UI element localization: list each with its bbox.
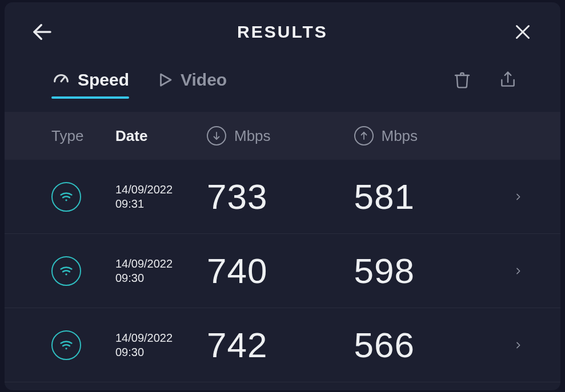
tabs-row: Speed Video [5, 57, 560, 103]
header-date[interactable]: Date [115, 127, 207, 145]
header-upload-unit: Mbps [382, 127, 418, 145]
trash-icon [453, 71, 471, 89]
results-screen: RESULTS Speed [5, 2, 560, 390]
header-type: Type [51, 127, 115, 145]
delete-button[interactable] [447, 65, 477, 95]
result-row[interactable]: 14/09/2022 09:31 733 581 [5, 160, 560, 234]
svg-line-3 [61, 78, 65, 82]
result-date: 14/09/2022 09:30 [115, 257, 207, 285]
share-button[interactable] [493, 65, 523, 95]
tab-speed[interactable]: Speed [51, 64, 129, 95]
chevron-right-icon [501, 338, 523, 353]
tab-video-label: Video [181, 70, 227, 90]
header-download-unit: Mbps [234, 127, 271, 145]
svg-point-10 [65, 347, 67, 349]
wifi-icon [51, 256, 81, 286]
svg-point-9 [65, 273, 67, 275]
tab-speed-label: Speed [78, 70, 129, 90]
back-arrow-icon [30, 20, 54, 44]
wifi-icon [51, 182, 81, 212]
results-list: 14/09/2022 09:31 733 581 [5, 160, 560, 390]
result-upload: 581 [354, 176, 502, 217]
header-upload[interactable]: Mbps [354, 126, 502, 146]
result-download: 740 [207, 250, 354, 291]
upload-icon [354, 126, 374, 146]
close-icon [512, 22, 533, 42]
page-title: RESULTS [237, 22, 328, 42]
result-upload: 566 [354, 325, 502, 365]
result-row[interactable]: 14/09/2022 09:30 742 566 [5, 308, 560, 382]
play-icon [157, 71, 174, 88]
result-download: 733 [207, 176, 354, 217]
tab-video[interactable]: Video [157, 64, 227, 95]
gauge-icon [51, 70, 71, 90]
svg-marker-4 [161, 74, 171, 86]
result-date: 14/09/2022 09:30 [115, 331, 207, 359]
back-button[interactable] [27, 17, 57, 47]
column-headers: Type Date Mbps Mbps [5, 112, 560, 160]
result-row[interactable]: 14/09/2022 09:30 740 598 [5, 234, 560, 308]
chevron-right-icon [501, 189, 523, 204]
wifi-icon [51, 330, 81, 360]
svg-point-8 [65, 199, 67, 201]
download-icon [207, 126, 226, 146]
share-icon [499, 71, 517, 89]
close-button[interactable] [508, 17, 538, 47]
header: RESULTS [5, 2, 560, 57]
result-date: 14/09/2022 09:31 [115, 183, 207, 211]
result-upload: 598 [354, 250, 502, 291]
result-download: 742 [207, 325, 354, 365]
chevron-right-icon [501, 264, 523, 278]
header-download[interactable]: Mbps [207, 126, 354, 146]
